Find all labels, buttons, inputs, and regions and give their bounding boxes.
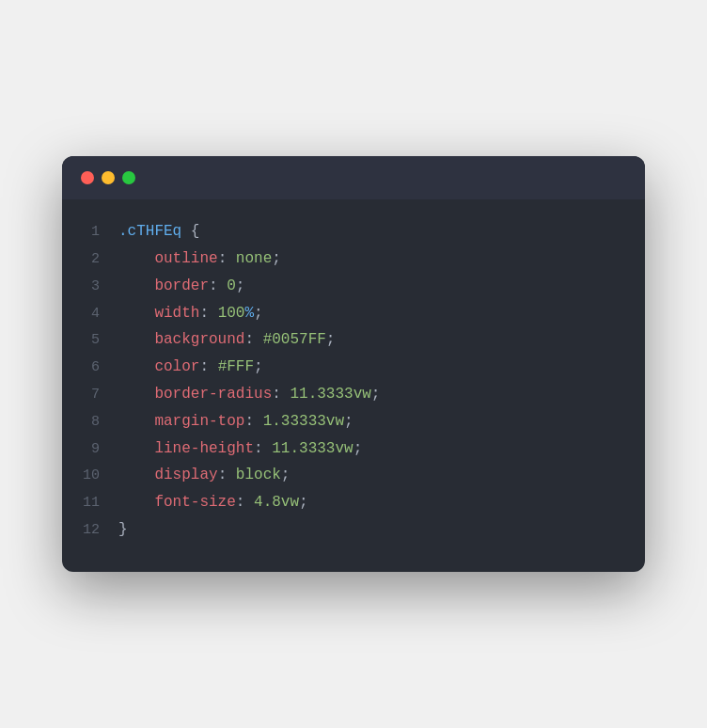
code-token: background <box>118 331 244 348</box>
code-token: font-size <box>118 494 236 511</box>
code-line: 9 line-height: 11.3333vw; <box>81 435 617 463</box>
code-line: 8 margin-top: 1.33333vw; <box>81 408 617 435</box>
close-button[interactable] <box>81 171 94 184</box>
line-number: 11 <box>81 490 118 515</box>
code-token: ; <box>254 305 263 322</box>
code-token: : <box>254 440 272 457</box>
code-token: : <box>272 386 290 403</box>
code-token: #FFF <box>218 358 254 375</box>
line-number: 7 <box>81 382 118 407</box>
code-line: 2 outline: none; <box>81 245 617 273</box>
code-token: : <box>199 305 217 322</box>
code-token: 11.3333vw <box>290 386 370 403</box>
code-token: color <box>118 358 199 375</box>
line-number: 8 <box>81 409 118 435</box>
titlebar <box>62 156 645 199</box>
line-number: 9 <box>81 436 118 462</box>
line-content: } <box>118 516 128 544</box>
code-token: ; <box>299 494 308 511</box>
code-token: 0 <box>227 277 236 294</box>
line-number: 10 <box>81 463 118 488</box>
line-number: 3 <box>81 274 118 299</box>
line-content: border: 0; <box>118 273 244 300</box>
code-window: 1.cTHFEq {2 outline: none;3 border: 0;4 … <box>62 156 645 572</box>
line-content: outline: none; <box>118 245 281 273</box>
code-token: #0057FF <box>263 331 326 348</box>
code-token: display <box>118 467 218 483</box>
line-content: margin-top: 1.33333vw; <box>118 408 354 435</box>
code-token: border <box>118 277 209 294</box>
line-number: 1 <box>81 219 118 245</box>
line-number: 6 <box>81 355 118 380</box>
code-line: 6 color: #FFF; <box>81 354 617 381</box>
code-token: width <box>118 305 199 322</box>
code-line: 11 font-size: 4.8vw; <box>81 489 617 516</box>
line-number: 4 <box>81 301 118 326</box>
code-token: : <box>218 467 236 483</box>
code-token: % <box>244 305 254 322</box>
code-token: 11.3333vw <box>272 440 353 457</box>
code-token: : <box>244 413 262 430</box>
line-content: background: #0057FF; <box>118 326 335 354</box>
minimize-button[interactable] <box>102 171 115 184</box>
code-token: outline <box>118 250 218 267</box>
code-token: ; <box>254 358 263 375</box>
line-content: display: block; <box>118 462 290 489</box>
line-content: border-radius: 11.3333vw; <box>118 381 380 408</box>
code-token: : <box>209 277 227 294</box>
code-token: 4.8vw <box>254 494 299 511</box>
code-token: border-radius <box>118 386 272 403</box>
code-line: 1.cTHFEq { <box>81 218 617 245</box>
code-token: ; <box>371 386 381 403</box>
code-line: 12} <box>81 516 617 544</box>
code-token: 100 <box>218 305 245 322</box>
code-token: : <box>244 331 262 348</box>
line-number: 5 <box>81 327 118 353</box>
code-editor: 1.cTHFEq {2 outline: none;3 border: 0;4 … <box>62 199 645 572</box>
line-number: 12 <box>81 517 118 543</box>
code-token: 1.33333vw <box>263 413 344 430</box>
code-line: 3 border: 0; <box>81 273 617 300</box>
line-content: color: #FFF; <box>118 354 263 381</box>
code-line: 4 width: 100%; <box>81 300 617 327</box>
code-token: ; <box>344 413 354 430</box>
line-content: width: 100%; <box>118 300 263 327</box>
code-token: : <box>199 358 217 375</box>
line-content: line-height: 11.3333vw; <box>118 435 362 463</box>
code-token: } <box>118 521 128 538</box>
code-line: 10 display: block; <box>81 462 617 489</box>
code-token: : <box>236 494 254 511</box>
code-line: 5 background: #0057FF; <box>81 326 617 354</box>
code-token: ; <box>272 250 281 267</box>
line-content: .cTHFEq { <box>118 218 199 245</box>
code-line: 7 border-radius: 11.3333vw; <box>81 381 617 408</box>
code-token: { <box>181 223 199 240</box>
line-number: 2 <box>81 246 118 272</box>
maximize-button[interactable] <box>122 171 135 184</box>
code-token: ; <box>326 331 336 348</box>
code-token: line-height <box>118 440 254 457</box>
code-token: .cTHFEq <box>118 223 181 240</box>
code-token: none <box>236 250 272 267</box>
code-token: ; <box>236 277 245 294</box>
code-token: : <box>218 250 236 267</box>
code-token: margin-top <box>118 413 244 430</box>
code-token: block <box>236 467 281 483</box>
line-content: font-size: 4.8vw; <box>118 489 308 516</box>
code-token: ; <box>281 467 291 483</box>
code-token: ; <box>354 440 363 457</box>
